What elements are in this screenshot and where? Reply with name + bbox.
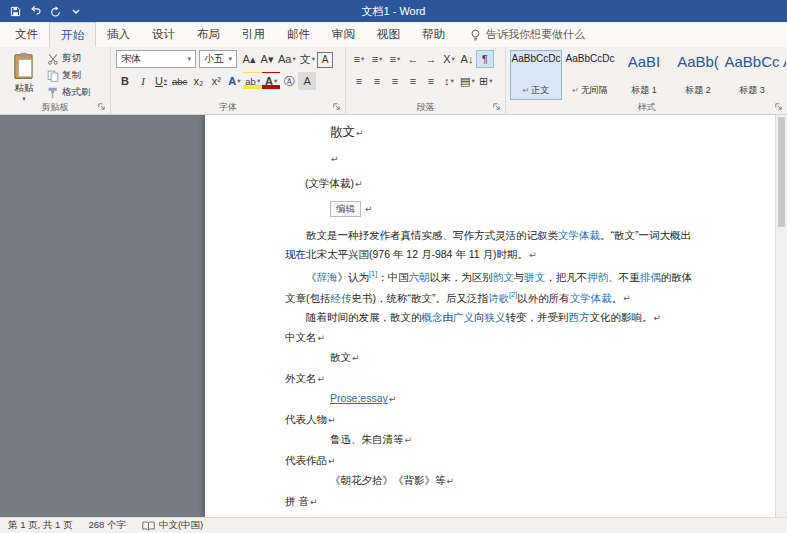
enclose-character-button[interactable]: Ⓐ xyxy=(280,72,298,90)
tab-insert[interactable]: 插入 xyxy=(96,22,141,47)
show-marks-button[interactable]: ¶ xyxy=(476,50,494,68)
superscript-button[interactable]: x² xyxy=(207,72,225,90)
numbering-button[interactable]: ≡ xyxy=(368,50,386,68)
align-right-button[interactable]: ≡ xyxy=(386,72,404,90)
doc-link[interactable]: 西方 xyxy=(569,311,590,323)
repeat-button[interactable] xyxy=(46,3,65,20)
doc-line: 代表作品↵ xyxy=(285,451,695,472)
doc-link[interactable]: 韵文 xyxy=(493,270,514,282)
doc-link[interactable]: 诗歌 xyxy=(488,291,509,303)
borders-button[interactable]: ⊞ xyxy=(477,72,495,90)
doc-link[interactable]: 六朝 xyxy=(409,270,430,282)
styles-dialog-launcher[interactable] xyxy=(774,102,784,112)
copy-button[interactable]: 复制 xyxy=(47,68,91,83)
font-group-label: 字体 xyxy=(111,102,345,113)
doc-text: 代表作品 xyxy=(285,454,327,466)
text-highlight-button[interactable]: ab xyxy=(243,72,262,90)
doc-text: 以外的所有 xyxy=(517,291,570,303)
doc-text: 。 xyxy=(612,291,623,303)
text-effects-button[interactable]: A xyxy=(225,72,243,90)
decrease-indent-button[interactable]: ← xyxy=(404,50,422,68)
bold-button[interactable]: B xyxy=(116,72,134,90)
underline-button[interactable]: U xyxy=(152,72,170,90)
subscript-button[interactable]: x₂ xyxy=(189,72,207,90)
paste-button[interactable]: 粘贴 xyxy=(5,50,43,103)
font-color-button[interactable]: A xyxy=(262,72,280,90)
cut-button[interactable]: 剪切 xyxy=(47,51,91,66)
multilevel-list-button[interactable]: ≡ xyxy=(386,50,404,68)
word-count[interactable]: 268 个字 xyxy=(88,519,126,532)
tell-me-label: 告诉我你想要做什么 xyxy=(486,27,585,42)
doc-link[interactable]: 排偶 xyxy=(640,270,661,282)
strikethrough-button[interactable]: abc xyxy=(170,72,189,90)
style-preview: AaBbCcDc xyxy=(512,53,561,65)
tab-file[interactable]: 文件 xyxy=(4,22,49,47)
style-no-spacing[interactable]: AaBbCcDc↵无间隔 xyxy=(564,50,616,100)
pilcrow-mark: ↵ xyxy=(622,293,631,303)
bullets-button[interactable]: ≡ xyxy=(350,50,368,68)
grow-font-button[interactable]: A▴ xyxy=(240,50,258,68)
style-partial[interactable]: A xyxy=(780,50,786,100)
clipboard-dialog-launcher[interactable] xyxy=(97,102,107,112)
doc-link[interactable]: Prose;essay xyxy=(330,392,388,404)
tab-view[interactable]: 视图 xyxy=(366,22,411,47)
pilcrow-mark: ↵ xyxy=(388,394,397,404)
page-content: 散文↵↵(文学体裁)↵编辑↵散文是一种抒发作者真情实感、写作方式灵活的记叙类文学… xyxy=(205,115,775,517)
shrink-font-button[interactable]: A▾ xyxy=(258,50,276,68)
doc-link[interactable]: 文学体裁 xyxy=(558,229,600,241)
doc-link[interactable]: 骈文 xyxy=(524,270,545,282)
doc-link[interactable]: 押韵 xyxy=(587,270,608,282)
doc-link[interactable]: 经传 xyxy=(331,291,352,303)
tab-review[interactable]: 审阅 xyxy=(321,22,366,47)
scrollbar-thumb[interactable] xyxy=(778,117,785,227)
character-border-button[interactable]: A xyxy=(317,52,333,68)
page-indicator[interactable]: 第 1 页, 共 1 页 xyxy=(8,519,72,532)
distribute-button[interactable]: ≡ xyxy=(422,72,440,90)
edit-button[interactable]: 编辑 xyxy=(330,201,361,217)
doc-link[interactable]: 广义 xyxy=(453,311,474,323)
change-case-button[interactable]: Aa xyxy=(276,50,298,68)
vertical-scrollbar[interactable] xyxy=(775,115,787,517)
doc-link[interactable]: 狭义 xyxy=(485,311,506,323)
tab-home[interactable]: 开始 xyxy=(49,22,96,47)
italic-button[interactable]: I xyxy=(134,72,152,90)
font-size-combobox[interactable]: 小五 xyxy=(199,50,237,68)
increase-indent-button[interactable]: → xyxy=(422,50,440,68)
language-indicator[interactable]: 中文(中国) xyxy=(142,519,203,532)
tab-help[interactable]: 帮助 xyxy=(411,22,456,47)
font-name-combobox[interactable]: 宋体 xyxy=(116,50,196,68)
clipboard-group-label: 剪贴板 xyxy=(0,102,110,113)
line-spacing-button[interactable]: ↕ xyxy=(440,72,458,90)
undo-button[interactable] xyxy=(26,3,45,20)
tab-layout[interactable]: 布局 xyxy=(186,22,231,47)
sort-button[interactable]: A↓ xyxy=(458,50,476,68)
style-heading1[interactable]: AaBI标题 1 xyxy=(618,50,670,100)
align-center-button[interactable]: ≡ xyxy=(368,72,386,90)
copy-icon xyxy=(47,70,59,82)
shading-button[interactable]: ▤ xyxy=(458,72,477,90)
style-heading2[interactable]: AaBb(标题 2 xyxy=(672,50,724,100)
font-dialog-launcher[interactable] xyxy=(332,102,342,112)
doc-link[interactable]: 概念 xyxy=(422,311,443,323)
style-label: ↵正文 xyxy=(523,84,550,97)
character-shading-button[interactable]: A xyxy=(298,72,316,90)
tab-references[interactable]: 引用 xyxy=(231,22,276,47)
align-left-button[interactable]: ≡ xyxy=(350,72,368,90)
tab-mailings[interactable]: 邮件 xyxy=(276,22,321,47)
phonetic-guide-button[interactable]: 文 xyxy=(298,50,317,68)
save-button[interactable] xyxy=(6,3,25,20)
style-heading3[interactable]: AaBbCc标题 3 xyxy=(726,50,778,100)
paragraph-dialog-launcher[interactable] xyxy=(492,102,502,112)
doc-link[interactable]: 文学体裁 xyxy=(570,291,612,303)
style-normal[interactable]: AaBbCcDc↵正文 xyxy=(510,50,562,100)
doc-line: ↵ xyxy=(285,146,695,171)
tab-design[interactable]: 设计 xyxy=(141,22,186,47)
justify-button[interactable]: ≡ xyxy=(404,72,422,90)
paragraph-group-label: 段落 xyxy=(346,102,505,113)
doc-link[interactable]: 辞海 xyxy=(317,270,338,282)
asian-layout-button[interactable]: X xyxy=(440,50,458,68)
format-painter-button[interactable]: 格式刷 xyxy=(47,85,91,100)
qat-customize-button[interactable] xyxy=(66,3,85,20)
document-page[interactable]: 散文↵↵(文学体裁)↵编辑↵散文是一种抒发作者真情实感、写作方式灵活的记叙类文学… xyxy=(205,115,775,517)
tell-me-box[interactable]: 告诉我你想要做什么 xyxy=(470,22,585,47)
